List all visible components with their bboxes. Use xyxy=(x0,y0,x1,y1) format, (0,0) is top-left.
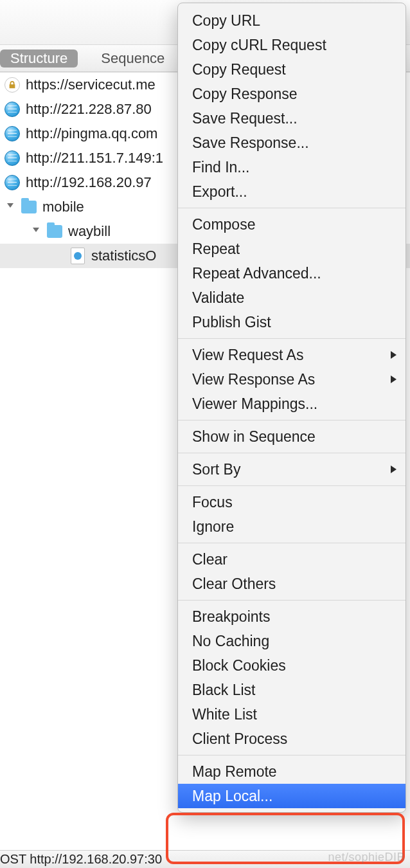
document-icon xyxy=(69,248,86,264)
tree-label: mobile xyxy=(42,199,84,215)
menu-separator xyxy=(178,755,406,755)
globe-icon xyxy=(4,174,21,191)
tree-label: waybill xyxy=(68,223,111,240)
menu-item[interactable]: Clear xyxy=(178,547,406,572)
menu-item[interactable]: Compose xyxy=(178,212,406,237)
menu-item-label: Breakpoints xyxy=(192,608,270,626)
menu-item[interactable]: Copy URL xyxy=(178,8,406,33)
menu-separator xyxy=(178,485,406,486)
menu-item[interactable]: Find In... xyxy=(178,155,406,179)
tree-label: statisticsO xyxy=(91,248,156,264)
menu-item-label: Map Remote xyxy=(192,763,277,781)
menu-item-label: Publish Gist xyxy=(192,314,271,331)
menu-item-label: Focus xyxy=(192,494,233,511)
menu-item[interactable]: Focus xyxy=(178,490,406,514)
menu-item[interactable]: Repeat Advanced... xyxy=(178,261,406,285)
menu-item-label: Map Local... xyxy=(192,788,272,805)
menu-item[interactable]: Copy cURL Request xyxy=(178,33,406,57)
host-label: http://221.228.87.80 xyxy=(26,101,152,118)
menu-separator xyxy=(178,208,406,208)
menu-item[interactable]: No Caching xyxy=(178,629,406,653)
menu-item-label: Clear Others xyxy=(192,575,276,593)
menu-item-label: Save Request... xyxy=(192,110,298,127)
menu-item-label: Viewer Mappings... xyxy=(192,395,317,413)
menu-separator xyxy=(178,338,406,339)
menu-item[interactable]: Block Cookies xyxy=(178,653,406,678)
host-label: http://192.168.20.97 xyxy=(26,174,152,191)
menu-item[interactable]: Sort By xyxy=(178,457,406,482)
menu-item-label: Compose xyxy=(192,216,255,233)
menu-item[interactable]: Validate xyxy=(178,285,406,310)
menu-item-label: Repeat Advanced... xyxy=(192,265,321,282)
menu-item-label: Block Cookies xyxy=(192,657,286,674)
tab-structure[interactable]: Structure xyxy=(0,50,78,68)
menu-separator xyxy=(178,543,406,543)
menu-item-label: Ignore xyxy=(192,518,234,536)
folder-icon xyxy=(46,223,63,240)
menu-item-label: Validate xyxy=(192,289,244,307)
menu-item[interactable]: Client Process xyxy=(178,727,406,751)
menu-item-label: Clear xyxy=(192,551,227,568)
menu-item[interactable]: Map Remote xyxy=(178,759,406,784)
menu-item-label: No Caching xyxy=(192,633,269,650)
menu-item[interactable]: View Response As xyxy=(178,367,406,392)
lock-icon xyxy=(4,77,21,93)
status-text: OST http://192.168.20.97:30 xyxy=(0,852,162,867)
menu-item[interactable]: Black List xyxy=(178,678,406,702)
folder-icon xyxy=(21,199,37,215)
menu-item[interactable]: Show in Sequence xyxy=(178,424,406,449)
menu-item[interactable]: Ignore xyxy=(178,514,406,539)
menu-item[interactable]: Clear Others xyxy=(178,572,406,596)
watermark-text: net/sophieDIB xyxy=(328,851,405,864)
menu-item-label: Export... xyxy=(192,183,247,201)
menu-item-label: Repeat xyxy=(192,240,240,258)
menu-item[interactable]: Map Local... xyxy=(178,784,406,808)
menu-item-label: Black List xyxy=(192,682,255,699)
menu-item[interactable]: Save Request... xyxy=(178,106,406,131)
menu-item[interactable]: Repeat xyxy=(178,237,406,261)
menu-item-label: Client Process xyxy=(192,730,287,748)
menu-separator xyxy=(178,453,406,453)
menu-item-label: Copy URL xyxy=(192,12,260,30)
menu-item-label: Find In... xyxy=(192,159,249,176)
menu-item[interactable]: White List xyxy=(178,702,406,727)
menu-item-label: Copy Response xyxy=(192,86,298,103)
menu-item-label: Save Response... xyxy=(192,134,309,152)
host-label: https://servicecut.me xyxy=(26,77,156,93)
context-menu: Copy URLCopy cURL RequestCopy RequestCop… xyxy=(177,3,406,813)
menu-item[interactable]: View Request As xyxy=(178,343,406,367)
menu-item-label: View Request As xyxy=(192,347,303,364)
globe-icon xyxy=(4,125,21,142)
globe-icon xyxy=(4,150,21,167)
menu-item-label: Copy Request xyxy=(192,61,286,78)
menu-item[interactable]: Copy Response xyxy=(178,82,406,106)
menu-separator xyxy=(178,600,406,601)
menu-item-label: Show in Sequence xyxy=(192,428,316,446)
menu-item-label: View Response As xyxy=(192,371,315,388)
globe-icon xyxy=(4,101,21,118)
menu-item[interactable]: Viewer Mappings... xyxy=(178,392,406,416)
disclosure-open-icon[interactable] xyxy=(6,201,18,213)
menu-item[interactable]: Save Response... xyxy=(178,131,406,155)
menu-item[interactable]: Publish Gist xyxy=(178,310,406,334)
menu-item-label: White List xyxy=(192,706,257,723)
tab-sequence[interactable]: Sequence xyxy=(92,50,174,68)
host-label: http://pingma.qq.com xyxy=(26,125,157,142)
menu-item-label: Sort By xyxy=(192,461,240,478)
menu-item[interactable]: Copy Request xyxy=(178,57,406,82)
menu-item[interactable]: Export... xyxy=(178,179,406,204)
menu-separator xyxy=(178,420,406,420)
host-label: http://211.151.7.149:1 xyxy=(26,150,163,167)
menu-item-label: Copy cURL Request xyxy=(192,37,326,54)
menu-item[interactable]: Breakpoints xyxy=(178,604,406,629)
disclosure-open-icon[interactable] xyxy=(32,226,44,237)
